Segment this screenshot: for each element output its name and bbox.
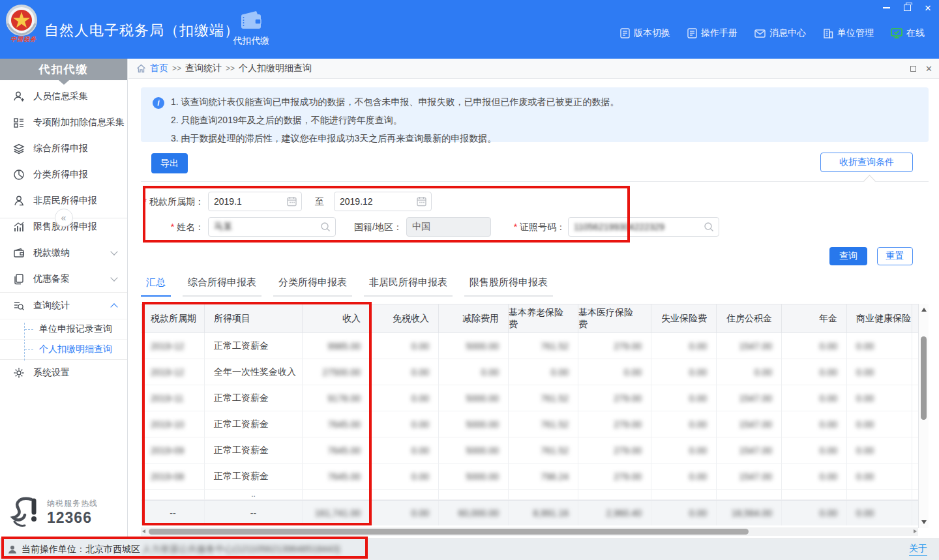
scroll-right-arrow-icon[interactable] xyxy=(914,529,917,533)
title-bar: 中国税务 自然人电子税务局（扣缴端） 代扣代缴 版本切换 xyxy=(0,0,939,59)
table-cell: 7645.00 xyxy=(303,437,370,463)
tab-summary[interactable]: 汇总 xyxy=(141,276,171,297)
table-cell: 1547.00 xyxy=(717,437,782,463)
minimize-button[interactable] xyxy=(880,3,892,13)
id-number-label: 证照号码： xyxy=(503,222,565,233)
sidebar-item-tax-payment[interactable]: 税款缴纳 xyxy=(0,240,127,266)
period-to-value: 2019.12 xyxy=(340,196,373,207)
scroll-left-arrow-icon[interactable] xyxy=(142,529,145,533)
table-cell: 27500.00 xyxy=(303,359,370,385)
tab-withholding[interactable]: 代扣代缴 xyxy=(223,7,279,59)
sidebar-collapse-row: « xyxy=(0,218,127,218)
table-cell: 279.00 xyxy=(578,385,651,411)
sidebar-subitem-label: 单位申报记录查询 xyxy=(39,323,112,335)
search-icon[interactable] xyxy=(704,222,714,232)
close-button[interactable]: ✕ xyxy=(922,3,934,13)
menu-label: 在线 xyxy=(906,27,925,39)
panel-close-icon[interactable]: ✕ xyxy=(925,64,932,74)
table-cell xyxy=(142,490,205,499)
tab-classified-income-form[interactable]: 分类所得申报表 xyxy=(273,276,352,297)
table-row[interactable]: 2019-08正常工资薪金7645.000.005000.00798.24279… xyxy=(142,464,918,490)
restore-button[interactable] xyxy=(901,3,913,13)
panel-restore-icon[interactable] xyxy=(910,66,916,72)
horizontal-scrollbar[interactable] xyxy=(141,527,918,536)
table-cell xyxy=(578,490,651,499)
table-cell: 7645.00 xyxy=(303,464,370,489)
menu-online-status[interactable]: 在线 xyxy=(891,27,925,39)
vertical-scrollbar-thumb[interactable] xyxy=(921,336,927,420)
sidebar-group-query-statistics: 查询统计 单位申报记录查询 个人扣缴明细查询 xyxy=(0,292,127,360)
table-cell: 279.00 xyxy=(578,333,651,359)
table-cell xyxy=(912,437,918,463)
column-header: 失业保险费 xyxy=(651,304,717,332)
calendar-icon[interactable] xyxy=(287,196,297,207)
calendar-icon[interactable] xyxy=(417,196,426,207)
tab-restricted-stock-form[interactable]: 限售股所得申报表 xyxy=(464,276,553,297)
sidebar-item-special-deduction[interactable]: 专项附加扣除信息采集 xyxy=(0,110,127,136)
breadcrumb-level2: 个人扣缴明细查询 xyxy=(239,63,312,74)
sidebar-item-label: 税款缴纳 xyxy=(33,247,70,259)
sidebar-item-preferential-filing[interactable]: 优惠备案 xyxy=(0,266,127,292)
sidebar-subitem-personal-withholding-query[interactable]: 个人扣缴明细查询 xyxy=(0,339,127,359)
reset-button[interactable]: 重置 xyxy=(877,247,913,265)
table-cell: 5000.00 xyxy=(439,333,509,359)
horizontal-scrollbar-thumb[interactable] xyxy=(149,529,749,535)
vertical-scrollbar[interactable] xyxy=(918,304,929,528)
notice-line: 2. 只能查询2019年及之后的数据，不能进行跨年度查询。 xyxy=(171,111,922,129)
table-cell: 0.00 xyxy=(847,501,912,525)
sidebar-item-system-settings[interactable]: 系统设置 xyxy=(0,360,127,386)
period-from-input[interactable]: 2019.1 xyxy=(208,192,302,211)
table-cell: 0.00 xyxy=(370,464,439,489)
sidebar-item-personnel-info[interactable]: 人员信息采集 xyxy=(0,83,127,110)
online-monitor-icon xyxy=(891,28,902,38)
menu-unit-management[interactable]: 单位管理 xyxy=(823,27,874,39)
query-button[interactable]: 查询 xyxy=(829,247,867,265)
table-cell: 2019-10 xyxy=(142,411,205,437)
export-button[interactable]: 导出 xyxy=(151,153,188,173)
collapse-query-button[interactable]: 收折查询条件 xyxy=(820,153,913,172)
breadcrumb: 首页 >> 查询统计 >> 个人扣缴明细查询 ✕ xyxy=(128,59,939,79)
sidebar-item-classified-income[interactable]: 分类所得申报 xyxy=(0,162,127,188)
building-icon xyxy=(823,29,833,38)
table-cell: 9178.00 xyxy=(303,385,370,411)
table-cell: 279.00 xyxy=(578,411,651,437)
column-header: 免税收入 xyxy=(370,304,439,332)
document-icon xyxy=(620,28,630,38)
breadcrumb-home[interactable]: 首页 xyxy=(150,63,168,74)
table-row[interactable]: 2019-11正常工资薪金9178.000.005000.00761.52279… xyxy=(142,385,918,411)
period-label: 税款所属期： xyxy=(132,196,204,208)
search-icon[interactable] xyxy=(320,222,331,232)
tab-nonresident-income-form[interactable]: 非居民所得申报表 xyxy=(364,276,453,297)
sidebar-collapse-button[interactable]: « xyxy=(55,209,73,227)
sidebar-item-query-statistics[interactable]: 查询统计 xyxy=(0,293,127,319)
sidebar-item-label: 非居民所得申报 xyxy=(33,195,97,207)
table-cell: 5000.00 xyxy=(439,437,509,463)
tab-comprehensive-income-form[interactable]: 综合所得申报表 xyxy=(183,276,261,297)
id-number-input[interactable]: 110562199304222329 xyxy=(568,217,719,237)
sidebar-subitem-unit-declaration-query[interactable]: 单位申报记录查询 xyxy=(0,319,127,339)
list-icon xyxy=(13,117,25,128)
table-row[interactable]: ----161,741.000.0060,000.008,991.162,960… xyxy=(142,500,918,525)
menu-manual[interactable]: 操作手册 xyxy=(687,27,738,39)
period-to-input[interactable]: 2019.12 xyxy=(334,192,432,211)
scroll-down-arrow-icon[interactable] xyxy=(921,520,927,524)
scroll-up-arrow-icon[interactable] xyxy=(921,308,927,312)
table-cell xyxy=(651,490,717,499)
table-cell: 0.00 xyxy=(847,411,912,437)
sidebar-item-comprehensive-income[interactable]: 综合所得申报 xyxy=(0,136,127,162)
about-link[interactable]: 关于 xyxy=(909,543,927,556)
menu-message-center[interactable]: 消息中心 xyxy=(754,27,806,39)
table-row[interactable]: 2019-10正常工资薪金7645.000.005000.00761.52279… xyxy=(142,411,918,437)
layers-icon xyxy=(13,143,25,155)
table-cell: 0.00 xyxy=(782,464,847,489)
period-from-value: 2019.1 xyxy=(214,196,242,207)
table-row[interactable]: 2019-09正常工资薪金7645.000.005000.00761.52279… xyxy=(142,437,918,464)
table-row[interactable]: .. xyxy=(142,490,918,500)
name-input[interactable]: 马某 xyxy=(208,217,336,237)
table-row[interactable]: 2019-12全年一次性奖金收入27500.000.000.000.000.00… xyxy=(142,359,918,385)
breadcrumb-separator: >> xyxy=(172,64,181,73)
table-row[interactable]: 2019-12正常工资薪金9985.000.005000.00761.52279… xyxy=(142,333,918,359)
nationality-input: 中国 xyxy=(406,217,491,237)
name-value-redacted: 马某 xyxy=(214,221,232,233)
menu-version-switch[interactable]: 版本切换 xyxy=(620,27,670,39)
